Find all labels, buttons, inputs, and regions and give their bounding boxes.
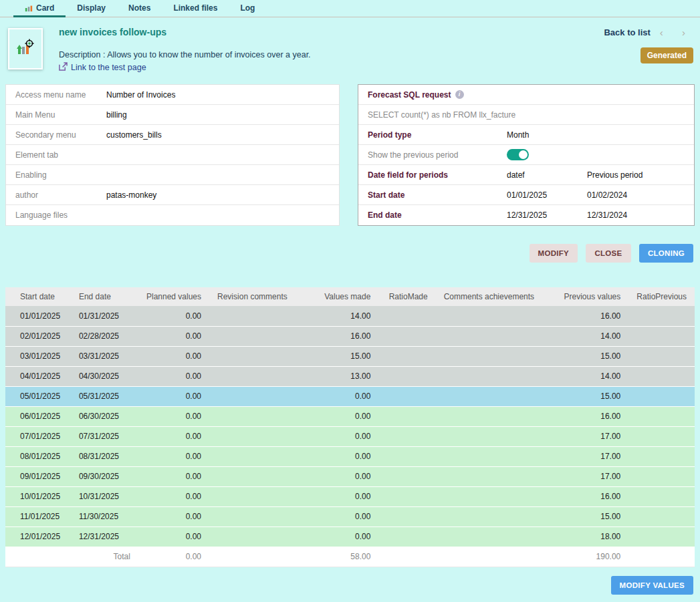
cell-comments — [436, 346, 542, 366]
cell-planned: 0.00 — [138, 346, 209, 366]
column-header-made[interactable]: Values made — [305, 287, 379, 306]
total-ratio_made — [378, 547, 435, 567]
next-record-icon[interactable]: › — [682, 27, 693, 38]
cell-revision — [209, 406, 305, 426]
cell-end_date: 07/31/2025 — [71, 426, 138, 446]
table-row[interactable]: 06/01/202506/30/20250.000.0016.00 — [5, 406, 695, 426]
cell-start_date: 06/01/2025 — [5, 406, 71, 426]
back-to-list-link[interactable]: Back to list — [604, 27, 650, 37]
object-description: Description : Allows you to know the num… — [59, 50, 693, 59]
cell-comments — [436, 486, 542, 506]
cell-planned: 0.00 — [138, 446, 209, 466]
previous-period-toggle[interactable] — [507, 149, 529, 160]
cell-ratio_previous — [628, 326, 695, 346]
table-row[interactable]: 11/01/202511/30/20250.000.0015.00 — [5, 506, 695, 526]
cell-start_date: 03/01/2025 — [5, 346, 71, 366]
table-row[interactable]: 12/01/202512/31/20250.000.0018.00 — [5, 526, 695, 547]
cell-ratio_made — [378, 486, 435, 506]
table-row[interactable]: 03/01/202503/31/20250.0015.0015.00 — [5, 346, 695, 366]
cell-ratio_previous — [628, 446, 695, 466]
cell-ratio_made — [378, 526, 435, 547]
property-row: authorpatas-monkey — [6, 185, 339, 205]
property-row: Enabling — [6, 165, 339, 185]
forecast-value: 12/31/2025 — [507, 210, 587, 220]
cell-planned: 0.00 — [138, 466, 209, 486]
toggle-knob — [519, 150, 528, 159]
cell-comments — [436, 306, 542, 326]
tabbar: CardDisplayNotesLinked filesLog — [0, 0, 700, 17]
cell-ratio_previous — [628, 306, 695, 326]
column-header-revision[interactable]: Revision comments — [209, 287, 305, 306]
column-header-ratio_made[interactable]: RatioMade — [378, 287, 435, 306]
external-link-icon — [59, 62, 68, 73]
column-header-start_date[interactable]: Start date — [5, 287, 71, 306]
cell-end_date: 01/31/2025 — [71, 306, 138, 326]
forecast-value2: 12/31/2024 — [587, 210, 694, 220]
table-row[interactable]: 01/01/202501/31/20250.0014.0016.00 — [5, 306, 695, 326]
cell-end_date: 10/31/2025 — [71, 486, 138, 506]
forecast-label: Show the previous period — [358, 150, 507, 160]
modify-values-button[interactable]: MODIFY VALUES — [611, 576, 693, 595]
modify-button[interactable]: MODIFY — [530, 244, 578, 263]
forecast-panel: Forecast SQL request i SELECT count(*) a… — [358, 84, 695, 226]
forecast-row: Date field for periodsdatefPrevious peri… — [358, 165, 694, 185]
property-label: Language files — [6, 210, 106, 220]
forecast-title-row: Forecast SQL request i — [358, 85, 694, 105]
forecast-value: datef — [507, 170, 587, 180]
property-row: Secondary menucustomers_bills — [6, 125, 339, 145]
cell-planned: 0.00 — [138, 386, 209, 406]
cell-revision — [209, 366, 305, 386]
column-header-planned[interactable]: Planned values — [138, 287, 209, 306]
cell-previous: 15.00 — [542, 386, 628, 406]
property-label: Access menu name — [6, 90, 106, 100]
cell-revision — [209, 306, 305, 326]
cell-ratio_made — [378, 446, 435, 466]
tab-display[interactable]: Display — [66, 0, 117, 17]
cell-previous: 15.00 — [542, 506, 628, 526]
table-row[interactable]: 08/01/202508/31/20250.000.0017.00 — [5, 446, 695, 466]
tab-linked-files[interactable]: Linked files — [162, 0, 229, 17]
cell-made: 0.00 — [305, 386, 379, 406]
table-row[interactable]: 05/01/202505/31/20250.000.0015.00 — [5, 386, 695, 406]
followup-table-section: Start dateEnd datePlanned valuesRevision… — [0, 263, 700, 567]
cell-planned: 0.00 — [138, 506, 209, 526]
cell-end_date: 05/31/2025 — [71, 386, 138, 406]
close-button[interactable]: CLOSE — [586, 244, 630, 263]
cell-previous: 16.00 — [542, 306, 628, 326]
table-row[interactable]: 09/01/202509/30/20250.000.0017.00 — [5, 466, 695, 486]
followup-table-body: 01/01/202501/31/20250.0014.0016.0002/01/… — [5, 306, 695, 567]
cell-previous: 14.00 — [542, 366, 628, 386]
column-header-ratio_previous[interactable]: RatioPrevious — [628, 287, 695, 306]
total-revision — [209, 547, 305, 567]
cell-revision — [209, 526, 305, 547]
prev-record-icon[interactable]: ‹ — [660, 27, 671, 38]
cell-start_date: 12/01/2025 — [5, 526, 71, 547]
cell-ratio_previous — [628, 506, 695, 526]
table-row[interactable]: 02/01/202502/28/20250.0016.0014.00 — [5, 326, 695, 346]
test-page-link[interactable]: Link to the test page — [71, 63, 146, 72]
cell-previous: 17.00 — [542, 446, 628, 466]
info-icon[interactable]: i — [455, 90, 464, 99]
cell-comments — [436, 426, 542, 446]
cell-end_date: 12/31/2025 — [71, 526, 138, 547]
column-header-comments[interactable]: Comments achievements — [436, 287, 542, 306]
table-row[interactable]: 07/01/202507/31/20250.000.0017.00 — [5, 426, 695, 446]
property-value: patas-monkey — [106, 190, 339, 200]
cell-revision — [209, 466, 305, 486]
tab-notes[interactable]: Notes — [117, 0, 162, 17]
table-row[interactable]: 04/01/202504/30/20250.0013.0014.00 — [5, 366, 695, 386]
tab-log[interactable]: Log — [229, 0, 266, 17]
cell-start_date: 07/01/2025 — [5, 426, 71, 446]
property-label: Enabling — [6, 170, 106, 180]
column-header-end_date[interactable]: End date — [71, 287, 138, 306]
forecast-value — [507, 149, 587, 160]
cell-ratio_made — [378, 306, 435, 326]
cell-start_date: 02/01/2025 — [5, 326, 71, 346]
cloning-button[interactable]: CLONING — [639, 244, 693, 263]
forecast-row: Period typeMonth — [358, 125, 694, 145]
column-header-previous[interactable]: Previous values — [542, 287, 628, 306]
tab-card[interactable]: Card — [13, 0, 66, 17]
property-label: Element tab — [6, 150, 106, 160]
forecast-sql-value: SELECT count(*) as nb FROM llx_facture — [358, 105, 694, 125]
table-row[interactable]: 10/01/202510/31/20250.000.0016.00 — [5, 486, 695, 506]
